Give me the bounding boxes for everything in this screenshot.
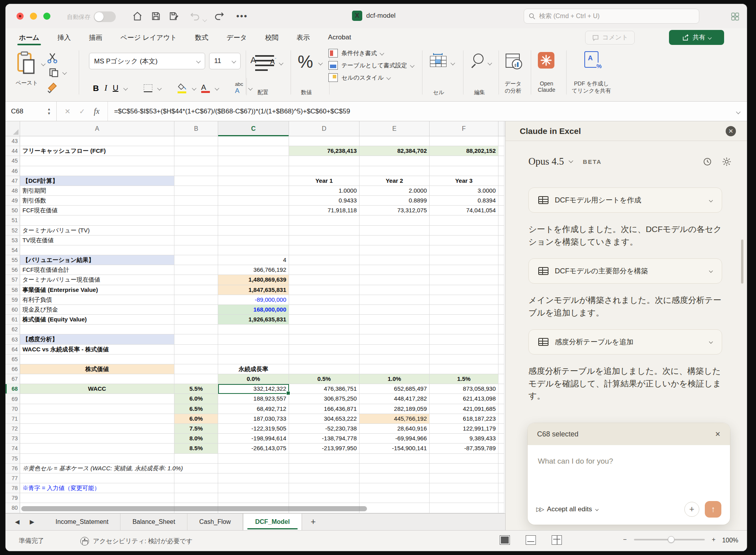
cell-D47[interactable]: Year 1 [289, 176, 359, 186]
font-color-dropdown-icon[interactable] [215, 86, 219, 90]
alignment-icon[interactable] [254, 54, 276, 71]
cell-A54[interactable] [20, 245, 174, 255]
cell-G55[interactable] [498, 255, 504, 265]
column-header-G[interactable] [498, 121, 504, 136]
cell-E80[interactable] [359, 503, 430, 513]
row-header-47[interactable]: 47 [6, 176, 20, 186]
cell-F60[interactable] [430, 305, 498, 315]
row-header-45[interactable]: 45 [6, 156, 20, 166]
ribbon-tab-挿入[interactable]: 挿入 [56, 31, 72, 45]
cell-G58[interactable] [498, 285, 504, 295]
cell-E45[interactable] [359, 156, 430, 166]
cell-B63[interactable] [174, 334, 218, 344]
cell-E43[interactable] [359, 136, 430, 146]
cell-A73[interactable] [20, 434, 174, 444]
claude-prompt-input[interactable]: What can I do for you? [528, 445, 730, 466]
row-header-53[interactable]: 53 [6, 236, 20, 245]
cell-A53[interactable]: TV現在価値 [20, 236, 174, 245]
cut-icon[interactable] [46, 52, 58, 64]
cell-B57[interactable] [174, 275, 218, 285]
cell-E44[interactable]: 82,384,702 [359, 146, 430, 156]
row-header-54[interactable]: 54 [6, 245, 20, 255]
cell-D66[interactable] [289, 364, 359, 374]
cell-C58[interactable]: 1,847,635,831 [218, 285, 289, 295]
autosave-toggle[interactable] [94, 11, 116, 22]
cell-E75[interactable] [359, 454, 430, 464]
ribbon-tab-Acrobat[interactable]: Acrobat [326, 31, 353, 44]
sheet-nav-next-icon[interactable]: ▶ [30, 518, 35, 525]
cell-F64[interactable] [430, 345, 498, 355]
cell-D76[interactable] [289, 464, 359, 473]
cell-B51[interactable] [174, 215, 218, 225]
cell-D58[interactable] [289, 285, 359, 295]
cell-E59[interactable] [359, 295, 430, 305]
cell-A66[interactable]: 株式価値 [20, 364, 174, 374]
cell-A79[interactable] [20, 493, 174, 503]
row-header-64[interactable]: 64 [6, 345, 20, 355]
ribbon-tab-表示[interactable]: 表示 [295, 31, 311, 45]
accept-all-edits-button[interactable]: ▷▷ Accept all edits [536, 505, 598, 513]
cell-A74[interactable] [20, 444, 174, 453]
column-header-E[interactable]: E [359, 121, 430, 136]
ribbon-tab-データ[interactable]: データ [225, 31, 248, 45]
cell-A52[interactable]: ターミナルバリュー (TV) [20, 226, 174, 236]
model-dropdown-icon[interactable] [569, 158, 573, 163]
cell-G67[interactable] [498, 374, 504, 384]
cell-C77[interactable] [218, 473, 289, 483]
cell-A71[interactable] [20, 414, 174, 424]
cell-D45[interactable] [289, 156, 359, 166]
bold-button[interactable]: B [93, 84, 99, 93]
cell-D75[interactable] [289, 454, 359, 464]
cell-G49[interactable] [498, 196, 504, 206]
name-box[interactable]: C68 ▲▼ [6, 102, 57, 121]
cell-C64[interactable] [218, 345, 289, 355]
ribbon-tab-数式[interactable]: 数式 [193, 31, 210, 45]
cell-G71[interactable] [498, 414, 504, 424]
cell-D61[interactable] [289, 315, 359, 325]
row-header-63[interactable]: 63 [6, 334, 20, 344]
zoom-slider[interactable] [634, 539, 705, 540]
cell-C47[interactable] [218, 176, 289, 186]
row-header-46[interactable]: 46 [6, 166, 20, 176]
cell-A50[interactable]: FCF現在価値 [20, 206, 174, 215]
cell-G72[interactable] [498, 424, 504, 434]
cell-B46[interactable] [174, 166, 218, 176]
cell-G59[interactable] [498, 295, 504, 305]
cell-F73[interactable]: 9,389,433 [430, 434, 498, 444]
cell-F65[interactable] [430, 355, 498, 364]
underline-dropdown-icon[interactable] [123, 86, 128, 90]
cell-F68[interactable]: 873,058,930 [430, 384, 498, 394]
cell-G45[interactable] [498, 156, 504, 166]
cell-B75[interactable] [174, 454, 218, 464]
cell-B71[interactable]: 6.0% [174, 414, 218, 424]
cell-D51[interactable] [289, 215, 359, 225]
cell-B65[interactable] [174, 355, 218, 364]
cell-B47[interactable] [174, 176, 218, 186]
cell-B70[interactable]: 6.5% [174, 404, 218, 414]
cell-C43[interactable] [218, 136, 289, 146]
cell-D62[interactable] [289, 325, 359, 334]
cell-F49[interactable]: 0.8394 [430, 196, 498, 206]
edit-label[interactable]: 編集 [469, 89, 491, 96]
cell-F56[interactable] [430, 265, 498, 275]
redo-icon[interactable] [214, 11, 224, 21]
cell-A70[interactable] [20, 404, 174, 414]
cell-D52[interactable] [289, 226, 359, 236]
panel-scrollbar[interactable] [741, 239, 743, 284]
confirm-entry-icon[interactable]: ✓ [79, 107, 85, 116]
cell-D60[interactable] [289, 305, 359, 315]
format-painter-icon[interactable] [46, 80, 59, 94]
cell-E77[interactable] [359, 473, 430, 483]
row-header-49[interactable]: 49 [6, 196, 20, 206]
sheet-tab-Balance_Sheet[interactable]: Balance_Sheet [120, 514, 187, 530]
cell-A76[interactable]: ※黄色セル = 基本ケース (WACC: 実績値, 永続成長率: 1.0%) [20, 464, 174, 473]
cell-D73[interactable]: -138,794,778 [289, 434, 359, 444]
cell-E69[interactable]: 448,417,282 [359, 394, 430, 404]
send-button[interactable]: ↑ [705, 501, 721, 518]
cell-G79[interactable] [498, 493, 504, 503]
cell-F51[interactable] [430, 215, 498, 225]
page-break-view-icon[interactable] [552, 535, 562, 545]
cell-F80[interactable] [430, 503, 498, 513]
column-header-A[interactable]: A [20, 121, 174, 136]
cell-D50[interactable]: 71,918,118 [289, 206, 359, 215]
